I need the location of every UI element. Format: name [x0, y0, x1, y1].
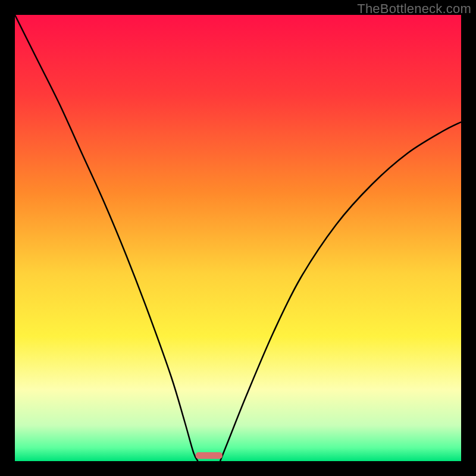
chart-frame: TheBottleneck.com — [0, 0, 476, 476]
chart-svg — [15, 15, 461, 461]
bottleneck-marker — [196, 452, 223, 459]
gradient-background — [15, 15, 461, 461]
plot-area — [15, 15, 461, 461]
